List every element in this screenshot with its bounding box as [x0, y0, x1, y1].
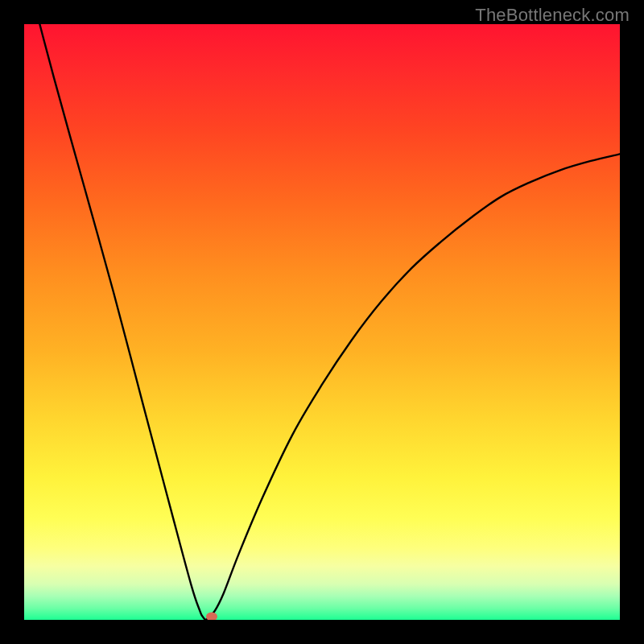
bottleneck-curve: [24, 24, 620, 620]
curve-svg: [24, 24, 620, 620]
watermark-text: TheBottleneck.com: [475, 5, 630, 26]
plot-area: [24, 24, 620, 620]
minimum-marker-icon: [206, 613, 217, 620]
chart-frame: TheBottleneck.com: [0, 0, 644, 644]
